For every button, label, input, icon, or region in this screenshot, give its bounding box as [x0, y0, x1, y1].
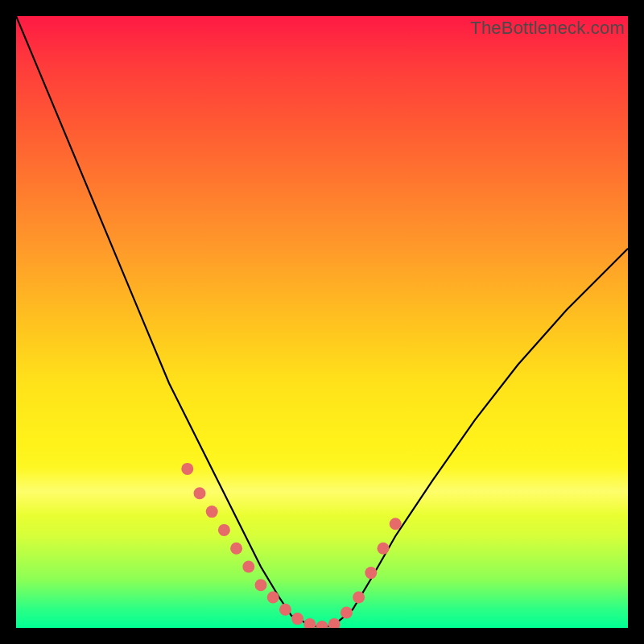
watermark-text: TheBottleneck.com: [470, 18, 625, 39]
marker-point: [279, 604, 291, 616]
marker-point: [390, 518, 402, 530]
bottleneck-curve-svg: [16, 16, 628, 628]
marker-point: [255, 579, 267, 591]
marker-point: [242, 561, 254, 573]
marker-point: [378, 543, 390, 555]
marker-point: [328, 618, 341, 628]
marker-point: [353, 592, 365, 604]
marker-point: [341, 607, 353, 619]
chart-frame: TheBottleneck.com: [16, 16, 628, 628]
marker-point: [181, 463, 193, 475]
marker-point: [365, 567, 377, 579]
marker-point: [316, 621, 328, 628]
bottleneck-curve-path: [16, 16, 628, 628]
marker-point: [230, 543, 242, 555]
marker-point: [218, 524, 230, 536]
marker-point: [194, 487, 206, 499]
marker-group: [181, 463, 401, 628]
marker-point: [267, 592, 279, 604]
marker-point: [291, 613, 303, 625]
marker-point: [303, 618, 316, 628]
marker-point: [206, 506, 218, 518]
